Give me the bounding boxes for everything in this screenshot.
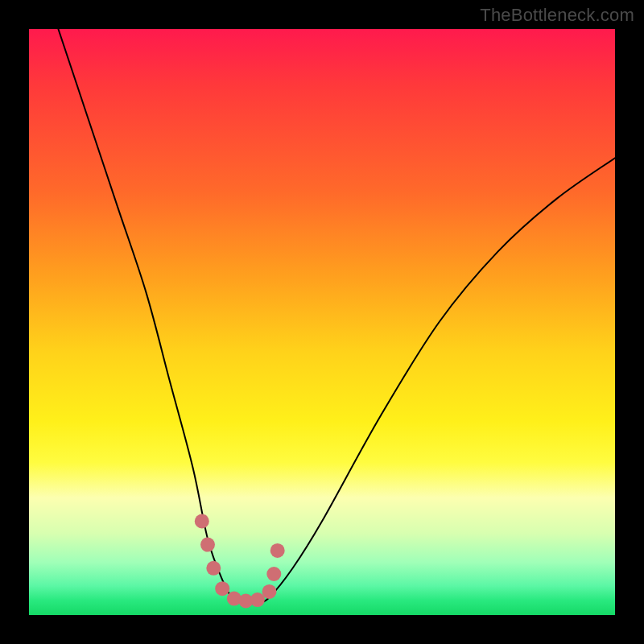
marker-dot	[266, 567, 281, 581]
marker-dot	[250, 592, 265, 607]
marker-dot	[262, 584, 277, 599]
bottleneck-curve	[58, 29, 615, 604]
watermark-text: TheBottleneck.com	[480, 5, 634, 26]
marker-dot	[200, 538, 215, 552]
marker-group	[195, 514, 285, 609]
marker-dot	[206, 561, 221, 576]
marker-dot	[270, 543, 285, 558]
marker-dot	[195, 514, 209, 529]
plot-area	[29, 29, 615, 615]
marker-dot	[215, 581, 229, 596]
chart-container: TheBottleneck.com	[0, 0, 644, 644]
curve-svg	[29, 29, 615, 615]
